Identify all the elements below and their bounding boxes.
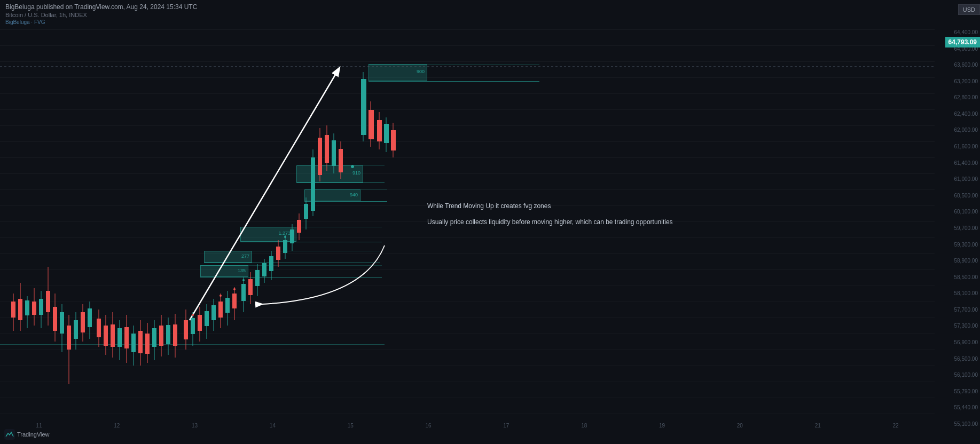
header-info: BigBeluga published on TradingView.com, … (5, 3, 197, 25)
svg-rect-9 (32, 302, 36, 315)
svg-rect-15 (53, 307, 57, 331)
date-tick: 16 (425, 423, 431, 429)
date-tick: 20 (737, 423, 743, 429)
chart-subtitle: Bitcoin / U.S. Dollar, 1h, INDEX (5, 12, 197, 18)
svg-rect-48 (166, 325, 170, 344)
price-tick: 62,800.00 (939, 94, 978, 100)
fvg-hline-5b (204, 251, 380, 251)
price-tick: 56,900.00 (939, 339, 978, 345)
date-tick: 17 (503, 423, 509, 429)
price-tick: 61,400.00 (939, 160, 978, 166)
tv-logo-icon (4, 429, 15, 440)
svg-rect-105 (369, 110, 374, 139)
fvg-label-4: 1.273K (278, 231, 294, 236)
svg-rect-76 (255, 270, 260, 286)
svg-rect-59 (205, 311, 209, 326)
chart-title: BigBeluga published on TradingView.com, … (5, 3, 197, 11)
current-price-label: 64,793.09 (945, 37, 980, 47)
price-tick: 60,500.00 (939, 193, 978, 199)
svg-rect-52 (184, 320, 188, 339)
fvg-hline-2 (296, 183, 385, 183)
price-tick: 58,500.00 (939, 274, 978, 280)
bottom-date-axis: 11 12 13 14 15 16 17 18 19 20 21 22 (0, 420, 935, 431)
fvg-hline-4 (240, 242, 382, 242)
fvg-box-6: 135 (200, 265, 248, 277)
svg-rect-99 (332, 140, 336, 166)
chart-header: BigBeluga published on TradingView.com, … (0, 0, 980, 29)
svg-rect-46 (159, 326, 163, 346)
chart-svg: While Trend Moving Up it creates fvg zon… (0, 59, 935, 444)
svg-rect-112 (391, 130, 396, 150)
date-tick: 18 (581, 423, 587, 429)
date-tick: 15 (348, 423, 354, 429)
price-tick: 59,700.00 (939, 225, 978, 231)
svg-rect-24 (81, 312, 85, 332)
price-tick: 57,700.00 (939, 307, 978, 313)
svg-rect-54 (191, 318, 195, 334)
annotation-curve-arrow (262, 245, 385, 304)
fvg-hline-6 (200, 277, 382, 278)
date-tick: 21 (815, 423, 821, 429)
svg-rect-103 (361, 79, 366, 135)
svg-rect-22 (74, 320, 78, 339)
svg-rect-66 (225, 298, 230, 313)
fvg-box-2: 910 (296, 165, 363, 183)
date-tick: 13 (192, 423, 198, 429)
price-tick: 61,000.00 (939, 176, 978, 182)
price-tick: 63,600.00 (939, 62, 978, 68)
fvg-hline-1b (369, 64, 539, 65)
fvg-box-1: 900 (369, 64, 427, 81)
svg-point-72 (242, 279, 245, 281)
price-tick: 59,300.00 (939, 242, 978, 248)
fvg-label-2: 910 (352, 170, 360, 176)
svg-rect-91 (304, 204, 308, 219)
date-tick: 12 (114, 423, 120, 429)
price-tick: 62,400.00 (939, 111, 978, 117)
indicator-label: BigBeluga · FVG (5, 19, 197, 25)
svg-rect-97 (325, 135, 329, 163)
fvg-label-3: 940 (350, 192, 358, 197)
price-tick: 64,400.00 (939, 29, 978, 35)
svg-rect-28 (97, 319, 101, 337)
fvg-label-5: 277 (241, 253, 249, 259)
fvg-hline-1 (369, 81, 539, 82)
tradingview-logo: TradingView (4, 429, 50, 440)
chart-container: BigBeluga published on TradingView.com, … (0, 0, 980, 444)
svg-rect-42 (145, 334, 150, 354)
svg-rect-71 (241, 284, 246, 301)
price-tick: 63,200.00 (939, 78, 978, 84)
chart-canvas: 900 910 940 1.273K 277 135 (0, 29, 935, 427)
price-tick: 55,100.00 (939, 421, 978, 427)
price-tick: 58,900.00 (939, 258, 978, 264)
svg-rect-50 (173, 324, 177, 346)
svg-rect-68 (232, 294, 237, 308)
candle-group-day13 (184, 287, 237, 350)
price-tick: 58,100.00 (939, 290, 978, 296)
price-tick: 55,440.00 (939, 405, 978, 410)
price-tick: 61,600.00 (939, 144, 978, 149)
svg-rect-108 (377, 120, 382, 141)
price-tick: 56,100.00 (939, 372, 978, 378)
fvg-hline-4b (240, 227, 382, 227)
fvg-hline-5 (204, 263, 380, 263)
annotation-text-2: Usually price collects liquidity before … (427, 218, 673, 226)
svg-rect-36 (124, 327, 129, 348)
fvg-label-6: 135 (238, 268, 246, 273)
bottom-hline (0, 344, 385, 345)
svg-rect-19 (67, 326, 71, 350)
svg-rect-74 (248, 279, 253, 295)
svg-rect-80 (269, 256, 273, 271)
annotation-text-1: While Trend Moving Up it creates fvg zon… (427, 202, 551, 210)
fvg-hline-3 (304, 201, 387, 202)
svg-point-64 (219, 295, 222, 297)
svg-rect-7 (25, 300, 29, 315)
fvg-hline-3b (304, 189, 387, 190)
svg-rect-30 (104, 326, 108, 346)
fvg-box-4: 1.273K (240, 227, 296, 242)
candle-group-left (11, 267, 92, 384)
candle-group-day16 (351, 72, 396, 168)
fvg-hline-2b (296, 165, 385, 166)
svg-rect-3 (11, 302, 15, 318)
price-tick: 57,300.00 (939, 323, 978, 329)
date-tick: 14 (270, 423, 276, 429)
